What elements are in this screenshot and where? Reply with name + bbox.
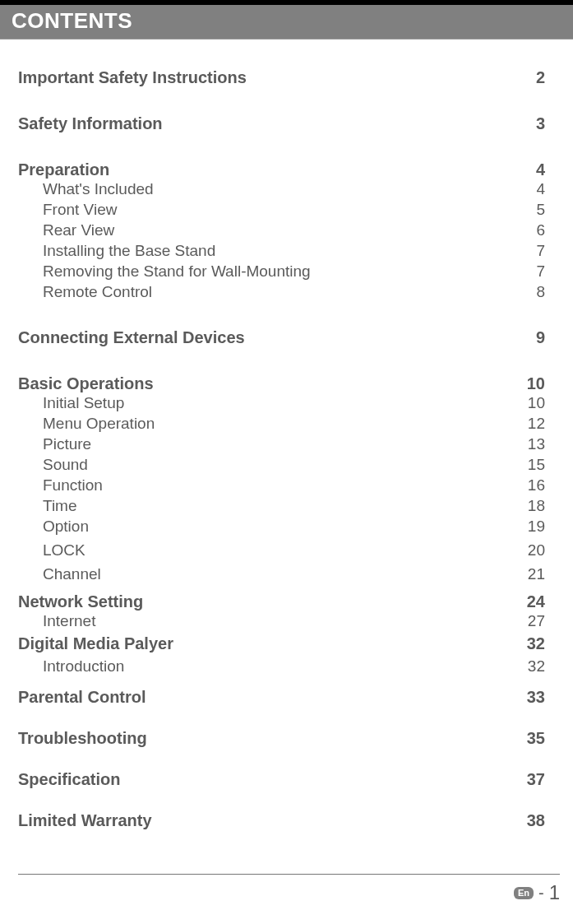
toc-item-page: 13	[512, 436, 545, 452]
toc-item-label: Remote Control	[18, 284, 152, 299]
toc-item: Front View 5	[18, 202, 545, 217]
toc-section-title: Limited Warranty	[18, 812, 152, 829]
toc-item-page: 16	[512, 477, 545, 493]
toc-section-title: Network Setting	[18, 593, 143, 610]
toc-item-label: Installing the Base Stand	[18, 243, 215, 258]
toc-item: LOCK 20	[18, 542, 545, 558]
toc-section: Preparation 4	[18, 161, 545, 178]
toc-item-page: 4	[512, 181, 545, 197]
toc-section-title: Important Safety Instructions	[18, 69, 247, 86]
toc-item-label: Introduction	[18, 658, 124, 674]
toc-item-page: 15	[512, 457, 545, 472]
toc-section-page: 4	[512, 161, 545, 178]
toc-section-page: 9	[512, 329, 545, 346]
toc-item-label: LOCK	[18, 542, 85, 558]
toc-section-title: Safety Information	[18, 115, 163, 132]
toc-section-title: Specification	[18, 771, 120, 787]
toc-section: Troubleshooting 35	[18, 730, 545, 746]
toc-item-page: 21	[512, 566, 545, 582]
toc-item-page: 7	[512, 263, 545, 279]
toc-item-label: Internet	[18, 613, 95, 629]
toc-section-page: 24	[512, 593, 545, 610]
toc-section-page: 33	[512, 689, 545, 705]
toc-item-page: 12	[512, 416, 545, 431]
toc-item: Channel 21	[18, 566, 545, 582]
toc-item: Introduction 32	[18, 658, 545, 674]
toc-item: Option 19	[18, 518, 545, 534]
header-band: CONTENTS	[0, 5, 573, 39]
toc-item-page: 20	[512, 542, 545, 558]
toc-item-page: 5	[512, 202, 545, 217]
toc-item-page: 10	[512, 395, 545, 411]
toc-section: Digital Media Palyer 32	[18, 635, 545, 652]
toc-section-title: Troubleshooting	[18, 730, 147, 746]
toc-section-title: Basic Operations	[18, 375, 154, 392]
toc-section: Limited Warranty 38	[18, 812, 545, 829]
footer-divider	[18, 874, 560, 875]
toc-item: Function 16	[18, 477, 545, 493]
toc-item-page: 8	[512, 284, 545, 299]
toc-section-title: Preparation	[18, 161, 109, 178]
toc-item: Picture 13	[18, 436, 545, 452]
toc-item-label: Function	[18, 477, 103, 493]
toc-item-label: Channel	[18, 566, 101, 582]
toc-section: Basic Operations 10	[18, 375, 545, 392]
toc-item: Internet 27	[18, 613, 545, 629]
toc-section: Specification 37	[18, 771, 545, 787]
toc-item: What's Included 4	[18, 181, 545, 197]
footer-page-number: En - 1	[18, 881, 560, 904]
toc-item-label: Option	[18, 518, 89, 534]
toc-item-label: Sound	[18, 457, 88, 472]
toc-section-page: 10	[512, 375, 545, 392]
toc-section-title: Connecting External Devices	[18, 329, 245, 346]
toc-item-page: 27	[512, 613, 545, 629]
toc-item-label: Initial Setup	[18, 395, 124, 411]
toc-section: Connecting External Devices 9	[18, 329, 545, 346]
toc-item-page: 7	[512, 243, 545, 258]
toc-item: Installing the Base Stand 7	[18, 243, 545, 258]
page-footer: En - 1	[18, 874, 560, 904]
toc-section: Network Setting 24	[18, 593, 545, 610]
toc-item-label: Menu Operation	[18, 416, 155, 431]
toc-section-page: 35	[512, 730, 545, 746]
toc-item-page: 18	[512, 498, 545, 513]
toc-section-page: 32	[512, 635, 545, 652]
toc-item-page: 6	[512, 222, 545, 238]
toc-item: Time 18	[18, 498, 545, 513]
toc-item-label: Rear View	[18, 222, 114, 238]
toc-section-page: 37	[512, 771, 545, 787]
toc-item-label: Picture	[18, 436, 91, 452]
toc-item: Rear View 6	[18, 222, 545, 238]
language-badge: En	[514, 887, 534, 899]
toc-section: Safety Information 3	[18, 115, 545, 132]
toc-item-label: Time	[18, 498, 77, 513]
page-title: CONTENTS	[12, 8, 561, 34]
toc-section-page: 2	[512, 69, 545, 86]
toc-item: Sound 15	[18, 457, 545, 472]
toc-item: Remote Control 8	[18, 284, 545, 299]
footer-number: 1	[549, 881, 560, 904]
toc-item: Initial Setup 10	[18, 395, 545, 411]
toc-section-title: Digital Media Palyer	[18, 635, 173, 652]
footer-dash: -	[538, 884, 544, 903]
toc-item: Menu Operation 12	[18, 416, 545, 431]
toc-section: Parental Control 33	[18, 689, 545, 705]
toc-item: Removing the Stand for Wall-Mounting 7	[18, 263, 545, 279]
toc-item-page: 32	[512, 658, 545, 674]
toc-item-label: Removing the Stand for Wall-Mounting	[18, 263, 311, 279]
toc-section: Important Safety Instructions 2	[18, 69, 545, 86]
toc-item-page: 19	[512, 518, 545, 534]
toc-section-title: Parental Control	[18, 689, 146, 705]
toc-item-label: Front View	[18, 202, 117, 217]
toc-section-page: 38	[512, 812, 545, 829]
toc-section-page: 3	[512, 115, 545, 132]
toc-item-label: What's Included	[18, 181, 154, 197]
toc: Important Safety Instructions 2 Safety I…	[0, 39, 573, 829]
